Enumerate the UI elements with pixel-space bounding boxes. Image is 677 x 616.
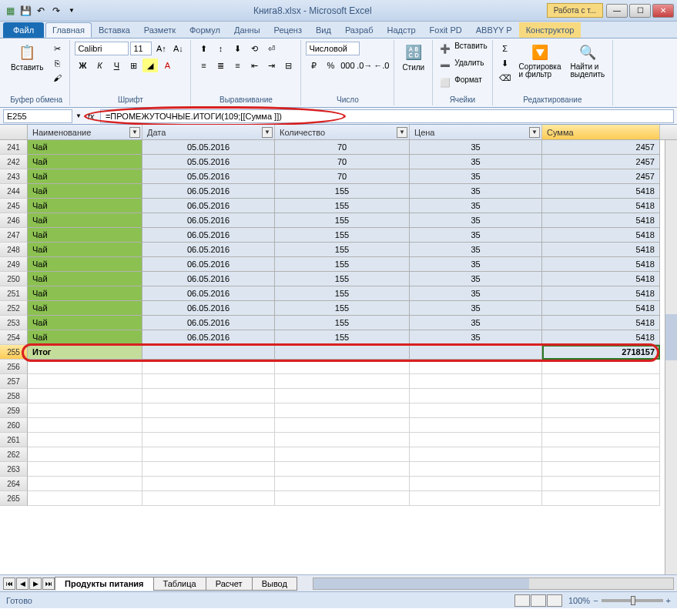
orientation-icon[interactable]: ⟲ [246, 42, 262, 55]
cell-date[interactable]: 06.05.2016 [142, 330, 275, 345]
cell[interactable] [542, 433, 660, 447]
sheet-tab[interactable]: Расчет [206, 577, 253, 591]
cell[interactable] [275, 433, 410, 447]
namebox-dropdown-icon[interactable]: ▼ [75, 112, 82, 119]
cell-price[interactable]: 35 [410, 184, 542, 199]
cell-date[interactable]: 06.05.2016 [142, 286, 275, 301]
cell-price[interactable]: 35 [410, 169, 542, 184]
normal-view-button[interactable] [514, 594, 530, 607]
merge-icon[interactable]: ⊟ [280, 59, 296, 72]
cell-name[interactable]: Чай [28, 140, 142, 155]
cell-sum[interactable]: 2457 [542, 169, 660, 184]
cell[interactable] [28, 477, 142, 491]
cell[interactable] [142, 389, 275, 403]
row-header[interactable]: 249 [0, 257, 28, 272]
tab-formulas[interactable]: Формул [183, 22, 227, 38]
cell-date[interactable]: 05.05.2016 [142, 140, 275, 155]
wrap-text-icon[interactable]: ⏎ [263, 42, 279, 55]
tab-file[interactable]: Файл [3, 22, 44, 38]
cell[interactable] [542, 477, 660, 491]
cell-date[interactable]: 06.05.2016 [142, 316, 275, 330]
cell[interactable] [142, 433, 275, 447]
row-header[interactable]: 257 [0, 374, 28, 389]
cell[interactable] [275, 462, 410, 477]
cell-sum[interactable]: 2457 [542, 140, 660, 155]
row-header[interactable]: 255 [0, 345, 28, 360]
sheet-tab[interactable]: Вывод [252, 577, 297, 591]
cell[interactable] [275, 477, 410, 491]
cell-sum[interactable]: 2457 [542, 155, 660, 169]
cell[interactable] [142, 418, 275, 433]
percent-icon[interactable]: % [323, 59, 338, 72]
row-header[interactable]: 247 [0, 228, 28, 243]
cell-qty[interactable]: 155 [275, 286, 410, 301]
row-header[interactable]: 264 [0, 477, 28, 491]
cell-name[interactable]: Чай [28, 169, 142, 184]
row-header[interactable]: 254 [0, 330, 28, 345]
cell-sum[interactable]: 5418 [542, 184, 660, 199]
undo-icon[interactable]: ↶ [34, 4, 48, 18]
fill-color-icon[interactable]: ◢ [142, 59, 158, 72]
cell-date[interactable]: 06.05.2016 [142, 243, 275, 257]
sheet-tab[interactable]: Таблица [153, 577, 206, 591]
cell[interactable] [410, 491, 542, 506]
dec-decimal-icon[interactable]: ←.0 [374, 59, 389, 72]
cell[interactable] [542, 418, 660, 433]
column-header-name[interactable]: Наименование▼ [28, 125, 142, 139]
cell[interactable] [410, 374, 542, 389]
align-bottom-icon[interactable]: ⬇ [230, 42, 245, 55]
cell[interactable] [275, 389, 410, 403]
cell-date[interactable]: 06.05.2016 [142, 257, 275, 272]
cell-qty[interactable]: 155 [275, 257, 410, 272]
cell-qty[interactable]: 155 [275, 243, 410, 257]
cell[interactable] [142, 360, 275, 374]
underline-button[interactable]: Ч [109, 59, 124, 72]
cell[interactable] [410, 477, 542, 491]
column-header-price[interactable]: Цена▼ [410, 125, 542, 139]
paste-button[interactable]: 📋 Вставить [8, 42, 46, 73]
cell[interactable] [28, 403, 142, 418]
cell-qty[interactable]: 70 [275, 155, 410, 169]
cell-price[interactable]: 35 [410, 301, 542, 316]
cell-name[interactable]: Чай [28, 155, 142, 169]
cell-price[interactable]: 35 [410, 243, 542, 257]
cell-price[interactable]: 35 [410, 140, 542, 155]
tab-insert[interactable]: Вставка [92, 22, 137, 38]
cell[interactable] [542, 447, 660, 462]
cell-total-sum[interactable]: 2718157 [542, 345, 660, 360]
qat-dropdown-icon[interactable]: ▼ [65, 4, 79, 18]
inc-decimal-icon[interactable]: .0→ [357, 59, 372, 72]
cell-price[interactable]: 35 [410, 316, 542, 330]
font-color-icon[interactable]: A [159, 59, 175, 72]
cell[interactable] [142, 403, 275, 418]
comma-icon[interactable]: 000 [340, 59, 355, 72]
cell[interactable] [142, 462, 275, 477]
autosum-icon[interactable]: Σ [498, 42, 513, 55]
cell-sum[interactable]: 5418 [542, 213, 660, 228]
tab-review[interactable]: Реценз [267, 22, 309, 38]
cell-price[interactable]: 35 [410, 330, 542, 345]
italic-button[interactable]: К [92, 59, 107, 72]
cell-date[interactable]: 06.05.2016 [142, 184, 275, 199]
spreadsheet-grid[interactable]: Наименование▼ Дата▼ Количество▼ Цена▼ Су… [0, 125, 677, 574]
row-header[interactable]: 241 [0, 140, 28, 155]
cell-qty[interactable]: 155 [275, 330, 410, 345]
cell-qty[interactable]: 155 [275, 301, 410, 316]
bold-button[interactable]: Ж [75, 59, 90, 72]
horizontal-scrollbar[interactable] [313, 578, 674, 590]
sheet-tab[interactable]: Продукты питания [55, 577, 154, 591]
clear-icon[interactable]: ⌫ [498, 71, 513, 85]
cell[interactable] [410, 360, 542, 374]
row-header[interactable]: 243 [0, 169, 28, 184]
cell-sum[interactable]: 5418 [542, 301, 660, 316]
filter-icon[interactable]: ▼ [529, 127, 540, 138]
row-header[interactable]: 244 [0, 184, 28, 199]
cell-price[interactable]: 35 [410, 272, 542, 286]
cell-name[interactable]: Чай [28, 316, 142, 330]
row-header[interactable]: 259 [0, 403, 28, 418]
cell[interactable] [410, 433, 542, 447]
font-size-input[interactable] [130, 42, 152, 55]
cell[interactable] [142, 491, 275, 506]
cell-name[interactable]: Чай [28, 257, 142, 272]
cell[interactable] [28, 462, 142, 477]
